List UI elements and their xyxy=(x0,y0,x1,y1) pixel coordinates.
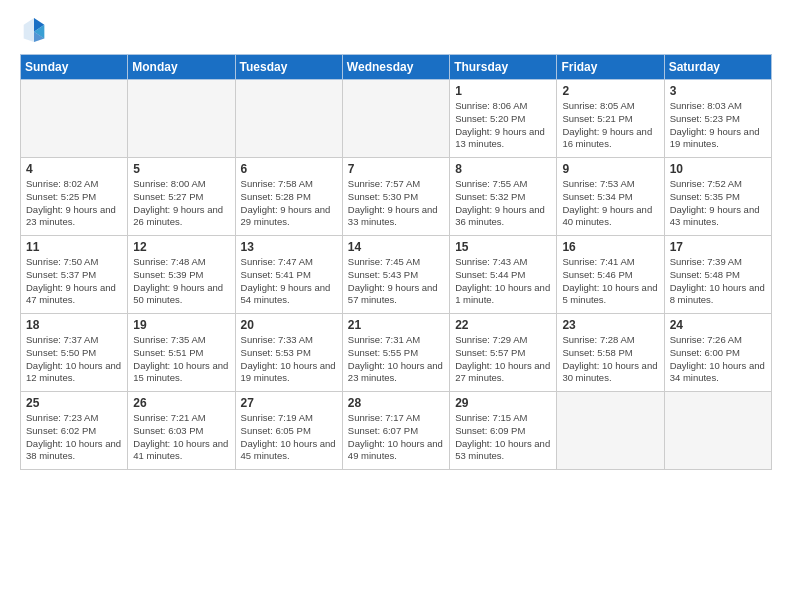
calendar-cell: 12Sunrise: 7:48 AMSunset: 5:39 PMDayligh… xyxy=(128,236,235,314)
day-info: Sunrise: 8:03 AMSunset: 5:23 PMDaylight:… xyxy=(670,100,766,151)
calendar-cell: 21Sunrise: 7:31 AMSunset: 5:55 PMDayligh… xyxy=(342,314,449,392)
weekday-header-tuesday: Tuesday xyxy=(235,55,342,80)
day-number: 24 xyxy=(670,318,766,332)
day-number: 11 xyxy=(26,240,122,254)
calendar-cell: 8Sunrise: 7:55 AMSunset: 5:32 PMDaylight… xyxy=(450,158,557,236)
day-number: 20 xyxy=(241,318,337,332)
calendar-cell xyxy=(128,80,235,158)
day-number: 7 xyxy=(348,162,444,176)
calendar-cell: 22Sunrise: 7:29 AMSunset: 5:57 PMDayligh… xyxy=(450,314,557,392)
day-number: 3 xyxy=(670,84,766,98)
day-info: Sunrise: 8:02 AMSunset: 5:25 PMDaylight:… xyxy=(26,178,122,229)
weekday-header-thursday: Thursday xyxy=(450,55,557,80)
day-number: 22 xyxy=(455,318,551,332)
calendar-cell xyxy=(342,80,449,158)
day-info: Sunrise: 7:58 AMSunset: 5:28 PMDaylight:… xyxy=(241,178,337,229)
day-info: Sunrise: 7:43 AMSunset: 5:44 PMDaylight:… xyxy=(455,256,551,307)
day-info: Sunrise: 7:45 AMSunset: 5:43 PMDaylight:… xyxy=(348,256,444,307)
calendar-cell: 13Sunrise: 7:47 AMSunset: 5:41 PMDayligh… xyxy=(235,236,342,314)
day-number: 14 xyxy=(348,240,444,254)
logo-icon xyxy=(22,16,46,44)
day-info: Sunrise: 7:53 AMSunset: 5:34 PMDaylight:… xyxy=(562,178,658,229)
calendar-cell xyxy=(235,80,342,158)
calendar-cell: 7Sunrise: 7:57 AMSunset: 5:30 PMDaylight… xyxy=(342,158,449,236)
day-number: 9 xyxy=(562,162,658,176)
day-number: 26 xyxy=(133,396,229,410)
calendar-cell: 19Sunrise: 7:35 AMSunset: 5:51 PMDayligh… xyxy=(128,314,235,392)
day-number: 19 xyxy=(133,318,229,332)
day-info: Sunrise: 8:00 AMSunset: 5:27 PMDaylight:… xyxy=(133,178,229,229)
calendar-cell: 6Sunrise: 7:58 AMSunset: 5:28 PMDaylight… xyxy=(235,158,342,236)
day-info: Sunrise: 7:28 AMSunset: 5:58 PMDaylight:… xyxy=(562,334,658,385)
day-info: Sunrise: 7:19 AMSunset: 6:05 PMDaylight:… xyxy=(241,412,337,463)
day-info: Sunrise: 7:52 AMSunset: 5:35 PMDaylight:… xyxy=(670,178,766,229)
weekday-header-friday: Friday xyxy=(557,55,664,80)
day-info: Sunrise: 7:29 AMSunset: 5:57 PMDaylight:… xyxy=(455,334,551,385)
week-row-2: 4Sunrise: 8:02 AMSunset: 5:25 PMDaylight… xyxy=(21,158,772,236)
weekday-header-wednesday: Wednesday xyxy=(342,55,449,80)
calendar-cell: 20Sunrise: 7:33 AMSunset: 5:53 PMDayligh… xyxy=(235,314,342,392)
calendar-cell: 3Sunrise: 8:03 AMSunset: 5:23 PMDaylight… xyxy=(664,80,771,158)
day-number: 28 xyxy=(348,396,444,410)
day-number: 4 xyxy=(26,162,122,176)
calendar-cell: 16Sunrise: 7:41 AMSunset: 5:46 PMDayligh… xyxy=(557,236,664,314)
day-number: 23 xyxy=(562,318,658,332)
day-number: 27 xyxy=(241,396,337,410)
day-info: Sunrise: 7:48 AMSunset: 5:39 PMDaylight:… xyxy=(133,256,229,307)
day-number: 25 xyxy=(26,396,122,410)
day-info: Sunrise: 7:17 AMSunset: 6:07 PMDaylight:… xyxy=(348,412,444,463)
calendar-cell xyxy=(21,80,128,158)
calendar-cell: 25Sunrise: 7:23 AMSunset: 6:02 PMDayligh… xyxy=(21,392,128,470)
weekday-header-row: SundayMondayTuesdayWednesdayThursdayFrid… xyxy=(21,55,772,80)
calendar-cell: 5Sunrise: 8:00 AMSunset: 5:27 PMDaylight… xyxy=(128,158,235,236)
calendar-page: SundayMondayTuesdayWednesdayThursdayFrid… xyxy=(0,0,792,612)
day-info: Sunrise: 8:06 AMSunset: 5:20 PMDaylight:… xyxy=(455,100,551,151)
day-info: Sunrise: 7:15 AMSunset: 6:09 PMDaylight:… xyxy=(455,412,551,463)
weekday-header-monday: Monday xyxy=(128,55,235,80)
calendar-cell: 2Sunrise: 8:05 AMSunset: 5:21 PMDaylight… xyxy=(557,80,664,158)
header xyxy=(20,16,772,44)
day-info: Sunrise: 7:41 AMSunset: 5:46 PMDaylight:… xyxy=(562,256,658,307)
calendar-cell: 18Sunrise: 7:37 AMSunset: 5:50 PMDayligh… xyxy=(21,314,128,392)
day-number: 17 xyxy=(670,240,766,254)
calendar-cell xyxy=(664,392,771,470)
day-number: 10 xyxy=(670,162,766,176)
day-number: 1 xyxy=(455,84,551,98)
day-info: Sunrise: 7:21 AMSunset: 6:03 PMDaylight:… xyxy=(133,412,229,463)
calendar-cell: 17Sunrise: 7:39 AMSunset: 5:48 PMDayligh… xyxy=(664,236,771,314)
calendar-cell xyxy=(557,392,664,470)
calendar-cell: 15Sunrise: 7:43 AMSunset: 5:44 PMDayligh… xyxy=(450,236,557,314)
day-number: 16 xyxy=(562,240,658,254)
week-row-5: 25Sunrise: 7:23 AMSunset: 6:02 PMDayligh… xyxy=(21,392,772,470)
week-row-3: 11Sunrise: 7:50 AMSunset: 5:37 PMDayligh… xyxy=(21,236,772,314)
day-number: 12 xyxy=(133,240,229,254)
weekday-header-sunday: Sunday xyxy=(21,55,128,80)
day-info: Sunrise: 7:50 AMSunset: 5:37 PMDaylight:… xyxy=(26,256,122,307)
day-info: Sunrise: 8:05 AMSunset: 5:21 PMDaylight:… xyxy=(562,100,658,151)
calendar-table: SundayMondayTuesdayWednesdayThursdayFrid… xyxy=(20,54,772,470)
logo xyxy=(20,16,50,44)
week-row-4: 18Sunrise: 7:37 AMSunset: 5:50 PMDayligh… xyxy=(21,314,772,392)
day-info: Sunrise: 7:31 AMSunset: 5:55 PMDaylight:… xyxy=(348,334,444,385)
day-number: 6 xyxy=(241,162,337,176)
day-info: Sunrise: 7:39 AMSunset: 5:48 PMDaylight:… xyxy=(670,256,766,307)
calendar-cell: 10Sunrise: 7:52 AMSunset: 5:35 PMDayligh… xyxy=(664,158,771,236)
weekday-header-saturday: Saturday xyxy=(664,55,771,80)
calendar-cell: 28Sunrise: 7:17 AMSunset: 6:07 PMDayligh… xyxy=(342,392,449,470)
day-info: Sunrise: 7:33 AMSunset: 5:53 PMDaylight:… xyxy=(241,334,337,385)
calendar-cell: 11Sunrise: 7:50 AMSunset: 5:37 PMDayligh… xyxy=(21,236,128,314)
calendar-cell: 14Sunrise: 7:45 AMSunset: 5:43 PMDayligh… xyxy=(342,236,449,314)
calendar-cell: 26Sunrise: 7:21 AMSunset: 6:03 PMDayligh… xyxy=(128,392,235,470)
calendar-cell: 9Sunrise: 7:53 AMSunset: 5:34 PMDaylight… xyxy=(557,158,664,236)
calendar-cell: 27Sunrise: 7:19 AMSunset: 6:05 PMDayligh… xyxy=(235,392,342,470)
calendar-cell: 29Sunrise: 7:15 AMSunset: 6:09 PMDayligh… xyxy=(450,392,557,470)
day-number: 21 xyxy=(348,318,444,332)
day-number: 13 xyxy=(241,240,337,254)
day-info: Sunrise: 7:35 AMSunset: 5:51 PMDaylight:… xyxy=(133,334,229,385)
day-info: Sunrise: 7:47 AMSunset: 5:41 PMDaylight:… xyxy=(241,256,337,307)
day-number: 29 xyxy=(455,396,551,410)
calendar-cell: 23Sunrise: 7:28 AMSunset: 5:58 PMDayligh… xyxy=(557,314,664,392)
day-number: 18 xyxy=(26,318,122,332)
day-info: Sunrise: 7:55 AMSunset: 5:32 PMDaylight:… xyxy=(455,178,551,229)
day-info: Sunrise: 7:57 AMSunset: 5:30 PMDaylight:… xyxy=(348,178,444,229)
